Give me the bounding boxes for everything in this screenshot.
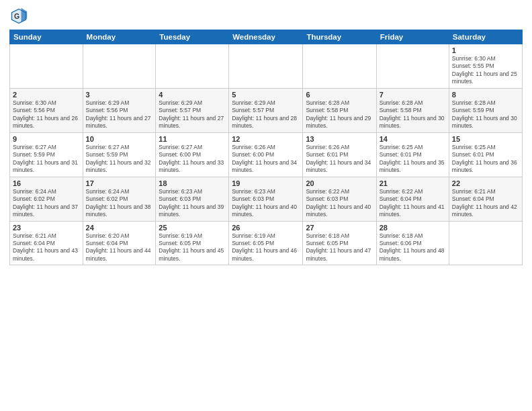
calendar-week-row: 23Sunrise: 6:21 AM Sunset: 6:04 PM Dayli… [10,221,523,265]
day-info: Sunrise: 6:27 AM Sunset: 6:00 PM Dayligh… [159,144,226,175]
weekday-header-saturday: Saturday [449,30,522,44]
calendar-week-row: 2Sunrise: 6:30 AM Sunset: 5:56 PM Daylig… [10,88,523,132]
calendar-table: SundayMondayTuesdayWednesdayThursdayFrid… [9,30,523,265]
day-number: 24 [86,224,153,232]
day-info: Sunrise: 6:29 AM Sunset: 5:56 PM Dayligh… [86,99,153,130]
weekday-header-row: SundayMondayTuesdayWednesdayThursdayFrid… [10,30,523,44]
day-number: 9 [13,135,80,143]
day-info: Sunrise: 6:27 AM Sunset: 5:59 PM Dayligh… [86,144,153,175]
day-info: Sunrise: 6:25 AM Sunset: 6:01 PM Dayligh… [380,144,446,175]
calendar-cell: 27Sunrise: 6:18 AM Sunset: 6:05 PM Dayli… [303,221,376,265]
calendar-cell: 13Sunrise: 6:26 AM Sunset: 6:01 PM Dayli… [303,132,376,177]
calendar-cell: 2Sunrise: 6:30 AM Sunset: 5:56 PM Daylig… [10,88,83,132]
day-number: 12 [232,135,300,143]
calendar-cell: 1Sunrise: 6:30 AM Sunset: 5:55 PM Daylig… [449,44,522,89]
day-info: Sunrise: 6:27 AM Sunset: 5:59 PM Dayligh… [13,144,80,175]
calendar-cell: 20Sunrise: 6:22 AM Sunset: 6:03 PM Dayli… [303,177,376,221]
day-number: 20 [306,179,373,187]
day-number: 25 [159,224,226,232]
weekday-header-wednesday: Wednesday [229,30,303,44]
weekday-header-tuesday: Tuesday [156,30,229,44]
calendar-cell: 28Sunrise: 6:18 AM Sunset: 6:06 PM Dayli… [376,221,449,265]
day-info: Sunrise: 6:28 AM Sunset: 5:58 PM Dayligh… [380,99,446,130]
day-info: Sunrise: 6:21 AM Sunset: 6:04 PM Dayligh… [452,188,519,219]
calendar-cell: 21Sunrise: 6:22 AM Sunset: 6:04 PM Dayli… [376,177,449,221]
day-number: 1 [452,46,519,54]
day-info: Sunrise: 6:21 AM Sunset: 6:04 PM Dayligh… [13,232,80,263]
day-number: 3 [86,91,153,99]
calendar-cell: 7Sunrise: 6:28 AM Sunset: 5:58 PM Daylig… [376,88,449,132]
day-info: Sunrise: 6:22 AM Sunset: 6:03 PM Dayligh… [306,188,373,219]
day-number: 10 [86,135,153,143]
day-number: 17 [86,179,153,187]
day-number: 19 [232,179,300,187]
day-number: 2 [13,91,80,99]
day-info: Sunrise: 6:29 AM Sunset: 5:57 PM Dayligh… [232,99,300,130]
calendar-cell: 3Sunrise: 6:29 AM Sunset: 5:56 PM Daylig… [83,88,156,132]
calendar-cell: 6Sunrise: 6:28 AM Sunset: 5:58 PM Daylig… [303,88,376,132]
page: G SundayMondayTuesdayWednesdayThursdayFr… [0,0,532,411]
calendar-week-row: 1Sunrise: 6:30 AM Sunset: 5:55 PM Daylig… [10,44,523,89]
day-info: Sunrise: 6:19 AM Sunset: 6:05 PM Dayligh… [232,232,300,263]
day-info: Sunrise: 6:28 AM Sunset: 5:59 PM Dayligh… [452,99,519,130]
day-number: 18 [159,179,226,187]
day-number: 21 [380,179,446,187]
day-info: Sunrise: 6:22 AM Sunset: 6:04 PM Dayligh… [380,188,446,219]
day-number: 16 [13,179,80,187]
calendar-cell: 15Sunrise: 6:25 AM Sunset: 6:01 PM Dayli… [449,132,522,177]
day-info: Sunrise: 6:24 AM Sunset: 6:02 PM Dayligh… [86,188,153,219]
calendar-week-row: 9Sunrise: 6:27 AM Sunset: 5:59 PM Daylig… [10,132,523,177]
day-number: 23 [13,224,80,232]
day-number: 4 [159,91,226,99]
calendar-cell: 24Sunrise: 6:20 AM Sunset: 6:04 PM Dayli… [83,221,156,265]
day-number: 14 [380,135,446,143]
calendar-cell: 18Sunrise: 6:23 AM Sunset: 6:03 PM Dayli… [156,177,229,221]
day-info: Sunrise: 6:23 AM Sunset: 6:03 PM Dayligh… [232,188,300,219]
logo-icon: G [9,7,28,26]
calendar-cell: 9Sunrise: 6:27 AM Sunset: 5:59 PM Daylig… [10,132,83,177]
calendar-cell: 8Sunrise: 6:28 AM Sunset: 5:59 PM Daylig… [449,88,522,132]
day-number: 7 [380,91,446,99]
day-info: Sunrise: 6:30 AM Sunset: 5:56 PM Dayligh… [13,99,80,130]
logo: G [9,7,31,26]
calendar-cell: 14Sunrise: 6:25 AM Sunset: 6:01 PM Dayli… [376,132,449,177]
day-number: 13 [306,135,373,143]
calendar-cell: 12Sunrise: 6:26 AM Sunset: 6:00 PM Dayli… [229,132,303,177]
day-number: 27 [306,224,373,232]
calendar-cell: 10Sunrise: 6:27 AM Sunset: 5:59 PM Dayli… [83,132,156,177]
day-info: Sunrise: 6:25 AM Sunset: 6:01 PM Dayligh… [452,144,519,175]
calendar-cell [303,44,376,89]
day-info: Sunrise: 6:26 AM Sunset: 6:00 PM Dayligh… [232,144,300,175]
day-number: 8 [452,91,519,99]
day-info: Sunrise: 6:20 AM Sunset: 6:04 PM Dayligh… [86,232,153,263]
header: G [9,7,523,26]
calendar-cell: 17Sunrise: 6:24 AM Sunset: 6:02 PM Dayli… [83,177,156,221]
calendar-cell: 16Sunrise: 6:24 AM Sunset: 6:02 PM Dayli… [10,177,83,221]
weekday-header-friday: Friday [376,30,449,44]
day-info: Sunrise: 6:26 AM Sunset: 6:01 PM Dayligh… [306,144,373,175]
day-info: Sunrise: 6:24 AM Sunset: 6:02 PM Dayligh… [13,188,80,219]
calendar-cell: 4Sunrise: 6:29 AM Sunset: 5:57 PM Daylig… [156,88,229,132]
calendar-cell [83,44,156,89]
calendar-cell: 25Sunrise: 6:19 AM Sunset: 6:05 PM Dayli… [156,221,229,265]
day-info: Sunrise: 6:18 AM Sunset: 6:05 PM Dayligh… [306,232,373,263]
calendar-cell [156,44,229,89]
day-number: 22 [452,179,519,187]
day-number: 11 [159,135,226,143]
calendar-cell: 26Sunrise: 6:19 AM Sunset: 6:05 PM Dayli… [229,221,303,265]
calendar-cell [229,44,303,89]
day-info: Sunrise: 6:28 AM Sunset: 5:58 PM Dayligh… [306,99,373,130]
calendar-week-row: 16Sunrise: 6:24 AM Sunset: 6:02 PM Dayli… [10,177,523,221]
calendar-cell: 19Sunrise: 6:23 AM Sunset: 6:03 PM Dayli… [229,177,303,221]
calendar-cell: 11Sunrise: 6:27 AM Sunset: 6:00 PM Dayli… [156,132,229,177]
calendar-cell [449,221,522,265]
weekday-header-monday: Monday [83,30,156,44]
day-number: 6 [306,91,373,99]
day-info: Sunrise: 6:23 AM Sunset: 6:03 PM Dayligh… [159,188,226,219]
day-number: 15 [452,135,519,143]
weekday-header-sunday: Sunday [10,30,83,44]
day-info: Sunrise: 6:30 AM Sunset: 5:55 PM Dayligh… [452,55,519,86]
day-info: Sunrise: 6:19 AM Sunset: 6:05 PM Dayligh… [159,232,226,263]
day-number: 26 [232,224,300,232]
svg-text:G: G [14,12,19,20]
